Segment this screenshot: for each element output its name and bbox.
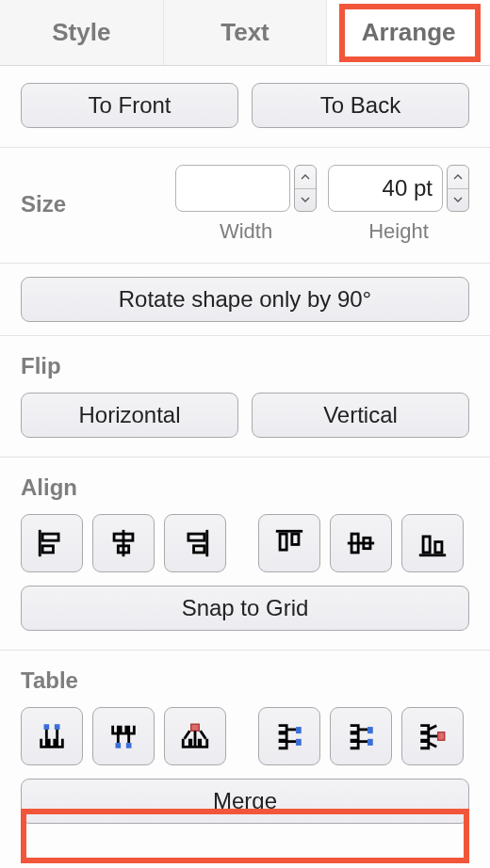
tab-text[interactable]: Text: [164, 0, 328, 65]
svg-rect-1: [42, 534, 58, 540]
to-back-button[interactable]: To Back: [252, 83, 469, 128]
insert-row-above-icon: [36, 720, 68, 752]
table-insert-row-above-button[interactable]: [21, 707, 83, 765]
align-center-h-button[interactable]: [92, 514, 155, 572]
flip-horizontal-button[interactable]: Horizontal: [21, 393, 238, 438]
align-right-button[interactable]: [164, 514, 226, 572]
snap-to-grid-button[interactable]: Snap to Grid: [21, 586, 469, 631]
align-left-icon: [36, 527, 68, 559]
svg-rect-7: [188, 534, 204, 540]
section-align: Align: [0, 458, 490, 651]
svg-line-27: [185, 731, 190, 739]
delete-row-icon: [179, 720, 211, 752]
align-center-h-icon: [107, 527, 139, 559]
section-order: To Front To Back: [0, 66, 490, 148]
svg-rect-25: [126, 743, 132, 748]
svg-rect-30: [296, 727, 302, 733]
section-size: Size Width: [0, 148, 490, 264]
svg-rect-8: [194, 546, 204, 553]
table-insert-col-before-button[interactable]: [258, 707, 320, 765]
svg-line-28: [201, 731, 206, 739]
table-insert-row-below-button[interactable]: [92, 707, 155, 765]
svg-rect-11: [292, 534, 299, 544]
merge-button[interactable]: Merge: [21, 779, 469, 824]
tab-arrange[interactable]: Arrange: [327, 0, 490, 65]
table-insert-col-after-button[interactable]: [330, 707, 392, 765]
svg-rect-2: [42, 546, 53, 553]
svg-rect-32: [296, 739, 302, 746]
align-center-v-icon: [345, 527, 377, 559]
svg-rect-18: [44, 724, 50, 730]
height-caption: Height: [368, 219, 429, 244]
align-bottom-icon: [416, 527, 449, 559]
height-step-down[interactable]: [448, 188, 468, 212]
width-step-down[interactable]: [295, 188, 316, 212]
section-table: Table: [0, 651, 490, 843]
width-caption: Width: [220, 219, 272, 244]
width-step-up[interactable]: [295, 166, 316, 188]
insert-col-before-icon: [273, 720, 305, 752]
svg-rect-35: [368, 727, 373, 733]
svg-rect-24: [116, 743, 122, 748]
height-input[interactable]: [328, 165, 443, 212]
table-delete-row-button[interactable]: [164, 707, 226, 765]
width-input[interactable]: [175, 165, 290, 212]
flip-vertical-button[interactable]: Vertical: [252, 393, 469, 438]
to-front-button[interactable]: To Front: [21, 83, 238, 128]
align-label: Align: [21, 474, 469, 501]
rotate-90-button[interactable]: Rotate shape only by 90°: [21, 277, 469, 322]
section-rotate: Rotate shape only by 90°: [0, 264, 490, 336]
align-left-button[interactable]: [21, 514, 83, 572]
section-flip: Flip Horizontal Vertical: [0, 336, 490, 458]
insert-row-below-icon: [107, 720, 139, 752]
align-center-v-button[interactable]: [330, 514, 392, 572]
align-top-icon: [273, 527, 305, 559]
height-stepper[interactable]: [447, 165, 469, 212]
svg-rect-26: [191, 724, 200, 731]
width-stepper[interactable]: [294, 165, 317, 212]
table-delete-col-button[interactable]: [401, 707, 464, 765]
svg-rect-10: [280, 534, 286, 550]
svg-rect-19: [55, 724, 60, 730]
table-label: Table: [21, 667, 469, 694]
size-label: Size: [21, 191, 66, 217]
arrange-panel: Style Text Arrange To Front To Back Size: [0, 0, 490, 843]
svg-rect-17: [435, 542, 442, 553]
svg-rect-41: [438, 732, 445, 741]
align-right-icon: [179, 527, 211, 559]
align-top-button[interactable]: [258, 514, 320, 572]
flip-label: Flip: [21, 353, 469, 379]
height-step-up[interactable]: [448, 166, 468, 188]
panel-tabs: Style Text Arrange: [0, 0, 490, 66]
insert-col-after-icon: [345, 720, 377, 752]
delete-col-icon: [416, 720, 449, 752]
tab-style[interactable]: Style: [0, 0, 164, 65]
svg-rect-16: [423, 537, 430, 553]
align-bottom-button[interactable]: [401, 514, 464, 572]
svg-rect-37: [368, 739, 373, 746]
